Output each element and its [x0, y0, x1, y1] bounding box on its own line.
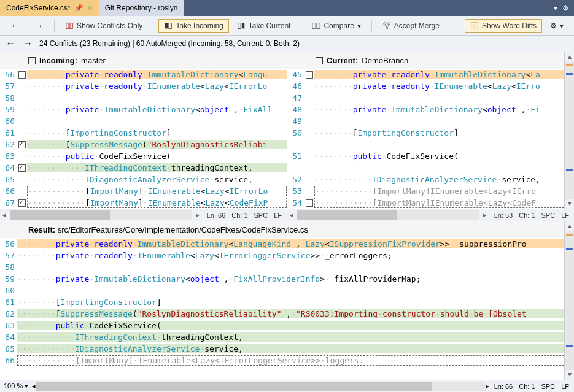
- scroll-right-icon[interactable]: ▸: [193, 211, 202, 219]
- result-header: Result: src/EditorFeatures/Core/Implemen…: [0, 221, 564, 238]
- close-icon[interactable]: ✕: [87, 4, 93, 12]
- code-line[interactable]: 59········private·ImmutableDictionary<ob…: [0, 273, 564, 285]
- code-line[interactable]: 57········private·readonly·IEnumerable<L…: [0, 250, 564, 261]
- hscrollbar[interactable]: [10, 210, 192, 220]
- code-line[interactable]: 56········private·readonly·ImmutableDict…: [0, 238, 564, 250]
- code-line[interactable]: [287, 139, 564, 150]
- line-checkbox[interactable]: [306, 71, 313, 79]
- code-line[interactable]: 64············IThreadingContext·threadin…: [0, 162, 287, 174]
- show-word-diffs-button[interactable]: Show Word Diffs: [465, 19, 542, 33]
- svg-rect-11: [471, 22, 478, 29]
- svg-rect-1: [70, 23, 72, 28]
- code-line[interactable]: 62········[SuppressMessage("RoslynDiagno…: [0, 308, 564, 320]
- current-footer: ◂ ▸ Ln: 53 Ch: 1 SPC LF: [287, 209, 574, 221]
- current-pane: Current: DemoBranch 45········private·re…: [287, 52, 574, 221]
- vscrollbar[interactable]: ▴ ▾: [564, 221, 574, 380]
- current-checkbox[interactable]: [316, 57, 323, 64]
- accept-merge-button[interactable]: Accept Merge: [377, 19, 445, 33]
- line-checkbox[interactable]: [18, 199, 26, 207]
- show-conflicts-only-button[interactable]: Show Conflicts Only: [60, 19, 148, 33]
- svg-rect-4: [238, 23, 241, 28]
- code-line[interactable]: 58: [0, 92, 287, 104]
- line-checkbox[interactable]: [18, 164, 26, 172]
- code-line[interactable]: 66············[ImportMany]·IEnumerable<L…: [0, 185, 287, 197]
- svg-rect-5: [242, 23, 244, 28]
- code-line[interactable]: 64············IThreadingContext·threadin…: [0, 331, 564, 343]
- code-line[interactable]: 60: [0, 285, 564, 296]
- back-button[interactable]: ←: [5, 18, 26, 34]
- word-diffs-icon: [470, 21, 479, 30]
- code-line[interactable]: 50········[ImportingConstructor]: [287, 127, 564, 139]
- line-checkbox[interactable]: [18, 71, 26, 79]
- code-line[interactable]: 54············[ImportMany]IEnumerable<La…: [287, 197, 564, 209]
- current-header: Current: DemoBranch: [287, 52, 564, 69]
- tab-file-label: CodeFixService.cs*: [6, 4, 71, 12]
- scroll-left-icon[interactable]: ◂: [287, 211, 296, 219]
- code-line[interactable]: 52············IDiagnosticAnalyzerService…: [287, 174, 564, 185]
- svg-point-9: [388, 22, 390, 25]
- gear-icon[interactable]: ⚙: [562, 4, 569, 12]
- compare-icon: [312, 21, 320, 30]
- svg-rect-0: [66, 23, 69, 28]
- current-code[interactable]: 45········private·readonly·ImmutableDict…: [287, 69, 564, 209]
- hscrollbar[interactable]: [36, 382, 485, 391]
- first-conflict-button[interactable]: ⤌: [5, 38, 16, 49]
- code-line[interactable]: 59········private·ImmutableDictionary<ob…: [0, 104, 287, 115]
- code-line[interactable]: 49: [287, 115, 564, 127]
- code-line[interactable]: 61········[ImportingConstructor]: [0, 127, 287, 139]
- svg-rect-2: [165, 23, 168, 28]
- code-line[interactable]: 65············IDiagnosticAnalyzerService…: [0, 174, 287, 185]
- result-code[interactable]: 56········private·readonly·ImmutableDict…: [0, 238, 564, 380]
- accept-merge-icon: [382, 21, 391, 30]
- code-line[interactable]: 56········private·readonly·ImmutableDict…: [0, 69, 287, 80]
- incoming-code[interactable]: 56········private·readonly·ImmutableDict…: [0, 69, 287, 209]
- code-line[interactable]: [287, 162, 564, 174]
- bottom-bar: 100 % ▾ ◂ ▸ Ln: 66 Ch: 1 SPC LF: [0, 380, 574, 392]
- settings-button[interactable]: ⚙ ▾: [545, 19, 569, 33]
- forward-button[interactable]: →: [28, 18, 49, 34]
- code-line[interactable]: 51········public·CodeFixService(: [287, 150, 564, 162]
- code-line[interactable]: 63········public·CodeFixService(: [0, 320, 564, 331]
- take-incoming-icon: [164, 21, 173, 30]
- code-line[interactable]: 45········private·readonly·ImmutableDict…: [287, 69, 564, 80]
- code-line[interactable]: 67············[ImportMany]·IEnumerable<L…: [0, 197, 287, 209]
- code-line[interactable]: 46········private·readonly·IEnumerable<L…: [287, 80, 564, 92]
- tab-git-label: Git Repository - roslyn: [105, 4, 178, 12]
- compare-button[interactable]: Compare ▾: [306, 19, 366, 33]
- code-line[interactable]: 53············[ImportMany]IEnumerable<La…: [287, 185, 564, 197]
- line-checkbox[interactable]: [18, 141, 26, 148]
- take-current-button[interactable]: Take Current: [231, 19, 297, 33]
- code-line[interactable]: 62········[SuppressMessage("RoslynDiagno…: [0, 139, 287, 150]
- tab-file[interactable]: CodeFixService.cs* 📌 ✕: [0, 0, 99, 16]
- conflicts-icon: [65, 21, 74, 30]
- tab-git[interactable]: Git Repository - roslyn: [99, 0, 184, 16]
- vscrollbar[interactable]: ▴ ▾: [564, 52, 574, 209]
- pin-icon[interactable]: 📌: [74, 4, 83, 12]
- svg-point-10: [386, 26, 388, 29]
- zoom-level[interactable]: 100 % ▾: [0, 382, 32, 390]
- merge-toolbar: ← → Show Conflicts Only Take Incoming Ta…: [0, 16, 574, 36]
- code-line[interactable]: 65············IDiagnosticAnalyzerService…: [0, 343, 564, 355]
- code-line[interactable]: 66············[ImportMany]·IEnumerable<L…: [0, 355, 564, 366]
- diff-panes: Incoming: master 56········private·reado…: [0, 52, 574, 221]
- line-checkbox[interactable]: [306, 199, 313, 207]
- code-line[interactable]: 61········[ImportingConstructor]: [0, 296, 564, 308]
- code-line[interactable]: 63········public·CodeFixService(: [0, 150, 287, 162]
- scroll-right-icon[interactable]: ▸: [481, 211, 489, 219]
- svg-point-8: [384, 22, 386, 25]
- code-line[interactable]: 57········private·readonly·IEnumerable<L…: [0, 80, 287, 92]
- hscrollbar[interactable]: [297, 210, 479, 220]
- incoming-checkbox[interactable]: [28, 57, 36, 64]
- incoming-header: Incoming: master: [0, 52, 287, 69]
- code-line[interactable]: 48········private·ImmutableDictionary<ob…: [287, 104, 564, 115]
- take-incoming-button[interactable]: Take Incoming: [158, 19, 228, 33]
- chevron-down-icon[interactable]: ▾: [554, 4, 557, 12]
- gear-icon: ⚙: [550, 21, 557, 30]
- code-line[interactable]: 60: [0, 115, 287, 127]
- next-conflict-button[interactable]: ⤍: [22, 38, 33, 49]
- conflict-status-text: 24 Conflicts (23 Remaining) | 60 AutoMer…: [39, 39, 300, 48]
- scroll-left-icon[interactable]: ◂: [0, 211, 9, 219]
- code-line[interactable]: 47: [287, 92, 564, 104]
- svg-rect-7: [317, 23, 320, 28]
- code-line[interactable]: 58: [0, 261, 564, 273]
